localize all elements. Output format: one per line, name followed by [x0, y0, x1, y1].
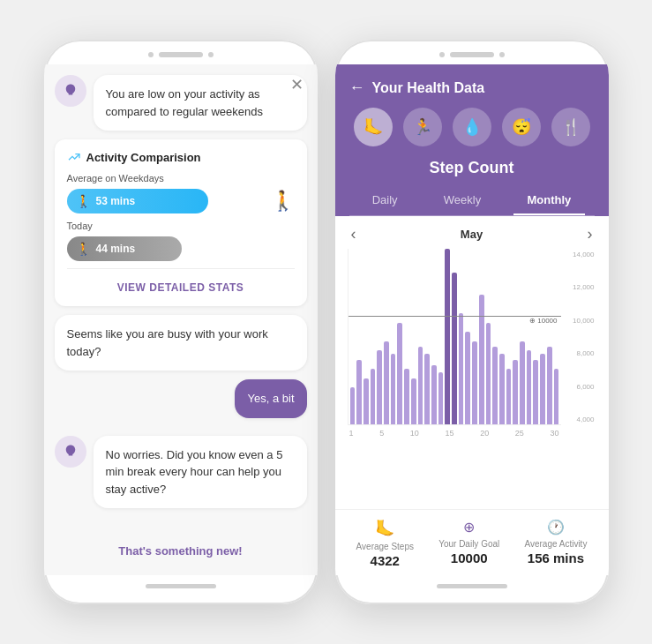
stats-row: 🦶 Average Steps 4322 ⊕ Your Daily Goal 1…: [335, 509, 609, 575]
health-screen: ← Your Health Data 🦶 🏃 💧 😴 🍴 Step Count …: [335, 64, 609, 575]
stat-activity-icon: 🕐: [547, 519, 565, 535]
stat-goal-icon: ⊕: [463, 519, 475, 535]
chart-bar-1: [356, 360, 362, 424]
stat-steps-value: 4322: [371, 553, 400, 568]
prev-month-button[interactable]: ‹: [348, 225, 360, 243]
left-phone-content: ✕ You are low on your activity as compar…: [44, 64, 318, 575]
chart-bar-0: [350, 387, 356, 424]
weekday-bar: 🚶 53 mins: [67, 189, 208, 213]
chart-bar-19: [479, 295, 484, 424]
bot-message-3: No worries. Did you know even a 5 min br…: [94, 436, 307, 509]
chart-month: May: [461, 228, 483, 241]
chart-bar-15: [452, 273, 457, 424]
phone-dot-2: [208, 52, 214, 57]
chart-bar-23: [506, 369, 512, 424]
chart-wrapper: ⊕ 10000 14,000 12,000 10,000 8,000 6,000…: [348, 249, 561, 425]
icon-sleep[interactable]: 😴: [502, 108, 541, 146]
chart-x-labels: 1 5 10 15 20 25 30: [348, 425, 561, 438]
chart-area: ⊕ 10000: [348, 249, 561, 425]
chart-bar-20: [486, 323, 491, 424]
phone-speaker-2: [450, 52, 494, 57]
y-label-14k: 14,000: [573, 251, 594, 258]
left-phone-bottom: [44, 575, 318, 604]
bot-avatar-2: [55, 436, 86, 468]
x-label-20: 20: [480, 429, 489, 438]
chart-bar-4: [377, 350, 382, 424]
icon-steps[interactable]: 🦶: [354, 108, 393, 146]
y-label-10k: 10,000: [573, 317, 594, 325]
x-label-30: 30: [550, 429, 558, 438]
bot-message-2: Seems like you are busy with your work t…: [55, 315, 307, 371]
stat-avg-activity: 🕐 Average Activity 156 mins: [524, 519, 587, 568]
bot-message-3-row: No worries. Did you know even a 5 min br…: [55, 436, 307, 509]
tab-daily[interactable]: Daily: [358, 186, 412, 215]
chart-bar-11: [424, 354, 430, 424]
phones-container: ✕ You are low on your activity as compar…: [26, 22, 626, 622]
right-phone-content: ← Your Health Data 🦶 🏃 💧 😴 🍴 Step Count …: [335, 64, 609, 575]
today-bar-row: 🚶 44 mins: [67, 236, 295, 261]
right-phone-top-bar: [335, 40, 609, 64]
chart-bar-21: [492, 347, 498, 424]
next-month-button[interactable]: ›: [583, 225, 596, 243]
home-indicator: [146, 584, 216, 588]
goal-label: ⊕ 10000: [528, 317, 558, 325]
chart-bar-6: [391, 354, 396, 424]
bot-message-1: You are low on your activity as compared…: [94, 75, 307, 131]
stat-steps-label: Average Steps: [356, 542, 414, 551]
y-label-6k: 6,000: [573, 383, 594, 391]
divider: [67, 268, 295, 269]
left-phone: ✕ You are low on your activity as compar…: [44, 40, 318, 604]
today-bar: 🚶 44 mins: [67, 236, 182, 261]
walk-icon: 🚶: [271, 190, 295, 213]
tabs-row: Daily Weekly Monthly: [349, 186, 595, 216]
chart-bar-13: [438, 372, 444, 424]
chart-bar-29: [547, 347, 552, 424]
activity-card-title: Activity Comparision: [67, 150, 295, 164]
chart-bar-18: [472, 341, 477, 424]
right-phone: ← Your Health Data 🦶 🏃 💧 😴 🍴 Step Count …: [335, 40, 609, 604]
chart-nav-row: ‹ May ›: [348, 225, 596, 243]
footer-link[interactable]: That's something new!: [55, 537, 307, 565]
left-phone-top-bar: [44, 40, 318, 64]
chart-bars: [348, 249, 561, 424]
chart-bar-7: [397, 323, 402, 424]
x-label-15: 15: [445, 429, 453, 438]
bot-avatar: [55, 75, 86, 107]
right-phone-bottom: [335, 575, 609, 604]
weekday-bar-row: 🚶 53 mins 🚶: [67, 189, 295, 213]
chart-bar-10: [418, 347, 423, 424]
phone-dot: [148, 52, 154, 57]
y-label-8k: 8,000: [573, 349, 594, 357]
chart-bar-24: [513, 360, 518, 424]
chart-bar-30: [554, 369, 559, 424]
stat-steps-icon: 🦶: [375, 519, 394, 538]
chart-bar-12: [431, 365, 437, 424]
activity-card: Activity Comparision Average on Weekdays…: [55, 139, 307, 306]
x-label-1: 1: [349, 429, 354, 438]
chart-bar-17: [465, 332, 470, 424]
y-label-12k: 12,000: [573, 283, 594, 291]
weekday-label: Average on Weekdays: [67, 173, 295, 183]
step-count-title: Step Count: [349, 159, 595, 177]
stat-goal-value: 10000: [451, 550, 488, 565]
goal-line: ⊕ 10000: [348, 316, 561, 325]
tab-monthly[interactable]: Monthly: [513, 186, 586, 215]
view-stats-button[interactable]: VIEW DETAILED STATS: [67, 274, 295, 296]
x-label-25: 25: [515, 429, 524, 438]
chart-bar-9: [411, 378, 416, 424]
today-label: Today: [67, 221, 295, 231]
icon-water[interactable]: 💧: [453, 108, 491, 146]
x-label-10: 10: [410, 429, 419, 438]
back-button[interactable]: ←: [349, 79, 365, 97]
chart-bar-22: [499, 354, 505, 424]
tab-weekly[interactable]: Weekly: [430, 186, 495, 215]
bot-message-1-row: You are low on your activity as compared…: [55, 75, 307, 131]
chart-section: ‹ May › ⊕ 10000 14,000 12: [335, 216, 609, 509]
phone-dot-3: [439, 52, 445, 57]
home-indicator-2: [437, 584, 507, 588]
chart-bar-5: [384, 341, 389, 424]
icon-run[interactable]: 🏃: [403, 108, 442, 146]
close-button[interactable]: ✕: [290, 75, 304, 94]
icon-food[interactable]: 🍴: [551, 108, 590, 146]
chart-bar-27: [533, 360, 538, 424]
